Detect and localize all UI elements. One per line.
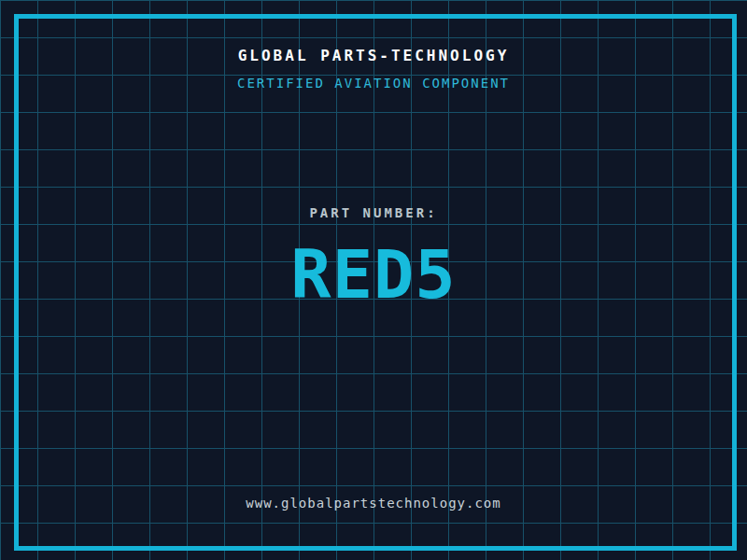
website-url: www.globalpartstechnology.com [0, 496, 747, 511]
certification-subtitle: CERTIFIED AVIATION COMPONENT [0, 76, 747, 91]
certificate-page: { "theme": { "background": "#0e1626", "g… [0, 0, 747, 560]
part-number-value: RED5 [0, 241, 747, 308]
company-title: GLOBAL PARTS-TECHNOLOGY [0, 47, 747, 64]
part-number-label: PART NUMBER: [0, 205, 747, 220]
